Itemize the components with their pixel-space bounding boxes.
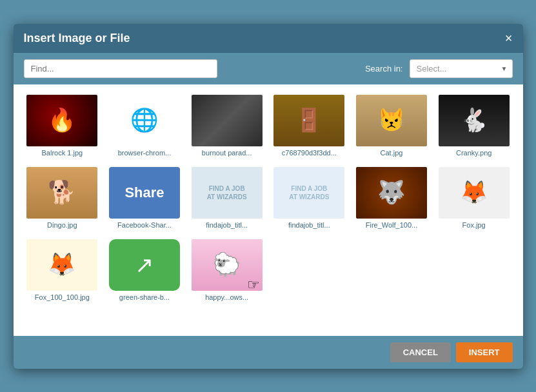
- list-item[interactable]: ↗green-share-b...: [106, 237, 183, 304]
- image-label: browser-chrom...: [118, 149, 172, 157]
- list-item[interactable]: 😾Cat.jpg: [353, 92, 430, 159]
- list-item[interactable]: 🔥Balrock 1.jpg: [24, 92, 101, 159]
- image-label: happy...ows...: [205, 293, 248, 301]
- insert-image-dialog: Insert Image or File × Search in: Select…: [14, 24, 523, 369]
- image-label: Cranky.png: [456, 149, 491, 157]
- list-item[interactable]: 🐑☞happy...ows...: [188, 237, 266, 304]
- list-item[interactable]: 🦊Fox_100_100.jpg: [24, 237, 101, 304]
- list-item[interactable]: 🚪c768790d3f3dd...: [270, 92, 348, 159]
- cancel-button[interactable]: CANCEL: [390, 342, 451, 362]
- image-label: Cat.jpg: [381, 149, 403, 157]
- search-in-select[interactable]: Select... All Files Images Only: [410, 59, 513, 78]
- list-item[interactable]: 🐺Fire_Wolf_100...: [353, 164, 430, 231]
- image-label: Balrock 1.jpg: [42, 149, 83, 157]
- image-label: burnout parad...: [202, 149, 252, 157]
- image-label: Dingo.jpg: [47, 221, 77, 229]
- image-label: Facebook-Shar...: [117, 221, 172, 229]
- image-label: findajob_titl...: [288, 221, 330, 229]
- image-label: findajob_titl...: [206, 221, 248, 229]
- image-label: green-share-b...: [119, 293, 170, 301]
- list-item[interactable]: FIND A JOBAT WIZARDSfindajob_titl...: [270, 164, 348, 231]
- dialog-header: Insert Image or File ×: [14, 24, 523, 53]
- list-item[interactable]: 🐇Cranky.png: [435, 92, 513, 159]
- list-item[interactable]: burnout parad...: [188, 92, 266, 159]
- list-item[interactable]: FIND A JOBAT WIZARDSfindajob_titl...: [188, 164, 266, 231]
- search-in-select-wrapper: Select... All Files Images Only: [410, 59, 513, 78]
- image-label: Fox_100_100.jpg: [35, 293, 90, 301]
- dialog-toolbar: Search in: Select... All Files Images On…: [14, 53, 523, 84]
- list-item[interactable]: 🦊Fox.jpg: [435, 164, 513, 231]
- list-item[interactable]: 🌐browser-chrom...: [106, 92, 183, 159]
- list-item[interactable]: 🐕Dingo.jpg: [24, 164, 101, 231]
- search-in-label: Search in:: [365, 64, 403, 74]
- dialog-body: 🔥Balrock 1.jpg🌐browser-chrom...burnout p…: [14, 84, 523, 336]
- search-input[interactable]: [24, 59, 217, 78]
- search-in-area: Search in: Select... All Files Images On…: [365, 59, 513, 78]
- image-grid: 🔥Balrock 1.jpg🌐browser-chrom...burnout p…: [24, 92, 513, 304]
- dialog-footer: CANCEL INSERT: [14, 336, 523, 369]
- close-button[interactable]: ×: [505, 32, 513, 44]
- image-label: c768790d3f3dd...: [282, 149, 337, 157]
- image-label: Fire_Wolf_100...: [366, 221, 418, 229]
- list-item[interactable]: ShareFacebook-Shar...: [106, 164, 183, 231]
- image-label: Fox.jpg: [462, 221, 486, 229]
- insert-button[interactable]: INSERT: [456, 342, 513, 362]
- dialog-title: Insert Image or File: [24, 32, 130, 45]
